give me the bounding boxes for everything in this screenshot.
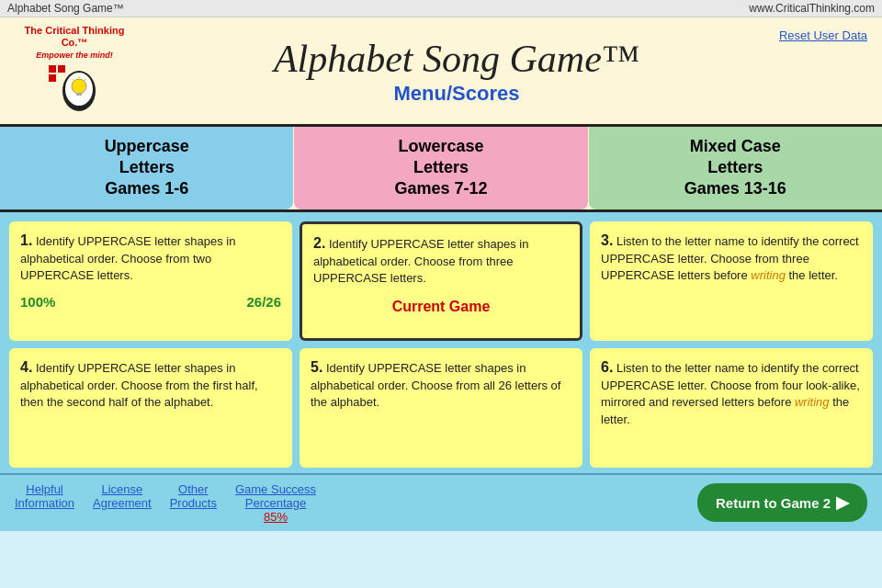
game-number-6: 6. [601, 359, 613, 375]
main-title: Alphabet Song Game™ [134, 38, 779, 80]
sub-title: Menu/Scores [134, 82, 779, 106]
game-number-4: 4. [20, 359, 32, 375]
game-desc-5: Identify UPPERCASE letter shapes in alph… [311, 361, 560, 410]
svg-rect-2 [49, 74, 56, 82]
game-desc-3: Listen to the letter name to identify th… [601, 234, 859, 283]
category-mixedcase: Mixed CaseLettersGames 13-16 [589, 127, 882, 209]
license-agreement-link[interactable]: LicenseAgreement [93, 482, 152, 524]
game-card-1[interactable]: 1. Identify UPPERCASE letter shapes in a… [9, 221, 292, 341]
header: The Critical Thinking Co.™ Empower the m… [0, 17, 882, 127]
logo-text: The Critical Thinking Co.™ Empower the m… [15, 25, 134, 62]
return-btn-label: Return to Game 2 [716, 495, 831, 511]
games-grid: 1. Identify UPPERCASE letter shapes in a… [0, 212, 882, 473]
game-card-6[interactable]: 6. Listen to the letter name to identify… [590, 348, 873, 468]
game-card-4[interactable]: 4. Identify UPPERCASE letter shapes in a… [9, 348, 292, 468]
footer-links: HelpfulInformation LicenseAgreement Othe… [15, 482, 316, 524]
game-card-5[interactable]: 5. Identify UPPERCASE letter shapes in a… [300, 348, 582, 468]
reset-user-data-button[interactable]: Reset User Data [779, 25, 867, 42]
return-to-game-button[interactable]: Return to Game 2 ▶ [697, 483, 867, 522]
game-score-1: 100% 26/26 [20, 292, 281, 311]
game-number-3: 3. [601, 232, 613, 248]
logo-icon [47, 63, 102, 119]
success-percentage: 85% [235, 510, 316, 524]
title-bar: Alphabet Song Game™ www.CriticalThinking… [0, 0, 882, 17]
game-number-2: 2. [313, 235, 325, 251]
other-products-link[interactable]: OtherProducts [170, 482, 217, 524]
logo-company: The Critical Thinking Co.™ [25, 25, 125, 48]
current-game-label: Current Game [313, 297, 569, 317]
game-success-link[interactable]: Game SuccessPercentage 85% [235, 482, 316, 524]
game-number-5: 5. [311, 359, 322, 375]
game-number-1: 1. [20, 232, 32, 248]
game-desc-6: Listen to the letter name to identify th… [601, 361, 860, 426]
game-desc-2: Identify UPPERCASE letter shapes in alph… [313, 237, 528, 286]
game-desc-4: Identify UPPERCASE letter shapes in alph… [20, 361, 258, 410]
website-label: www.CriticalThinking.com [749, 2, 875, 15]
game-card-3[interactable]: 3. Listen to the letter name to identify… [590, 221, 873, 341]
game-desc-1: Identify UPPERCASE letter shapes in alph… [20, 234, 235, 283]
game-card-2[interactable]: 2. Identify UPPERCASE letter shapes in a… [300, 221, 582, 341]
svg-rect-6 [76, 93, 82, 96]
category-uppercase: UppercaseLettersGames 1-6 [0, 127, 293, 209]
helpful-info-link[interactable]: HelpfulInformation [15, 482, 74, 524]
title-center: Alphabet Song Game™ Menu/Scores [134, 38, 779, 106]
app-title: Alphabet Song Game™ [7, 2, 124, 15]
logo-tagline: Empower the mind! [36, 51, 113, 60]
svg-rect-0 [49, 65, 56, 73]
logo-area: The Critical Thinking Co.™ Empower the m… [15, 25, 134, 119]
score-pct-1: 100% [20, 292, 55, 311]
category-headers: UppercaseLettersGames 1-6 LowercaseLette… [0, 127, 882, 212]
category-lowercase: LowercaseLettersGames 7-12 [294, 127, 587, 209]
footer: HelpfulInformation LicenseAgreement Othe… [0, 473, 882, 531]
svg-rect-1 [58, 65, 65, 73]
score-fraction-1: 26/26 [246, 292, 281, 311]
arrow-icon: ▶ [836, 492, 849, 513]
